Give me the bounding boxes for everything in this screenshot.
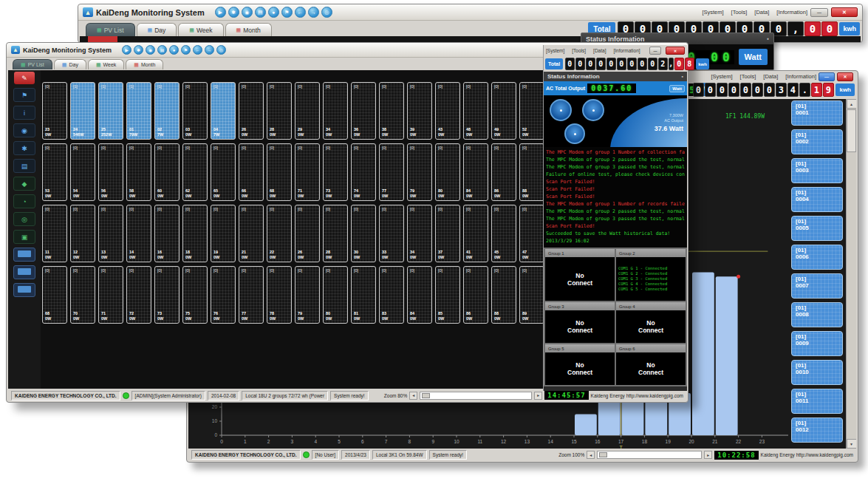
pv-tile-71[interactable]: [0]710W xyxy=(98,266,123,324)
pv-tile-80[interactable]: [0]800W xyxy=(435,143,460,201)
pv-tile-84[interactable]: [0]840W xyxy=(407,266,432,324)
pv-tile-75[interactable]: [0]750W xyxy=(182,266,208,324)
pv-tile-38[interactable]: [0]380W xyxy=(379,82,404,140)
pv-tile-80[interactable]: [0]800W xyxy=(323,266,348,324)
pv-tile-73[interactable]: [0]730W xyxy=(154,266,180,324)
close-button[interactable]: ✕ xyxy=(837,72,853,81)
tab-pv-list[interactable]: ▦PV List xyxy=(13,59,52,69)
menu-information[interactable]: [Information] xyxy=(785,73,816,80)
tab-pv-list[interactable]: ▦PV List xyxy=(86,23,135,36)
tab-month[interactable]: ▦Month xyxy=(225,23,272,36)
pv-tile-14[interactable]: [0]140W xyxy=(126,205,151,262)
pv-tile-22[interactable]: [0]220W xyxy=(267,205,292,262)
pin-icon[interactable]: ⚑ xyxy=(181,45,191,55)
site-link[interactable]: Kaideng Energy http://www.kaidengpig.com xyxy=(591,393,683,398)
pv-tile-71[interactable]: [0]710W xyxy=(295,143,320,201)
pv-tile-77[interactable]: [0]770W xyxy=(239,266,264,324)
collapse-button[interactable]: ▪ xyxy=(767,35,769,42)
panel-icon[interactable]: ▤ xyxy=(255,7,266,18)
site-link[interactable]: Kaideng Energy http://www.kaidengpig.com xyxy=(761,452,853,457)
pv-tile-65[interactable]: [0]650W xyxy=(211,143,236,201)
pv-tile-19[interactable]: [0]190W xyxy=(211,205,236,262)
menu-tools[interactable]: [Tools] xyxy=(731,9,748,16)
pv-tile-60[interactable]: [0]600W xyxy=(154,143,180,201)
pv-tile-77[interactable]: [0]770W xyxy=(379,143,404,201)
settings-icon[interactable]: ✱ xyxy=(13,141,35,155)
pv-tile-18[interactable]: [0]180W xyxy=(182,205,208,262)
pv-tile-48[interactable]: [0]480W xyxy=(463,82,488,140)
pv-tile-28[interactable]: [0]280W xyxy=(323,205,348,262)
watt-unit-button[interactable]: Watt xyxy=(669,85,685,92)
pv-tile-47[interactable]: [0]470W xyxy=(519,205,544,262)
pv-tile-53[interactable]: [0]530W xyxy=(42,143,67,201)
info-icon[interactable]: i xyxy=(13,106,35,120)
pv-tile-78[interactable]: [0]780W xyxy=(267,266,292,324)
close-button[interactable]: ✕ xyxy=(666,47,685,55)
block-icon[interactable]: ◎ xyxy=(321,7,332,18)
pv-tile-39[interactable]: [0]390W xyxy=(407,82,432,140)
pv-tile-68[interactable]: [0]680W xyxy=(42,266,67,324)
pv-tile-02[interactable]: [1]027W xyxy=(154,82,180,140)
pv-tile-52[interactable]: [0]520W xyxy=(519,82,544,140)
zoom-out-button[interactable]: ◄ xyxy=(409,392,417,400)
pv-tile-13[interactable]: [0]130W xyxy=(98,205,123,262)
pin-icon[interactable]: ⚑ xyxy=(281,7,293,18)
menu-data[interactable]: [Data] xyxy=(763,73,778,80)
layers-icon[interactable]: ▣ xyxy=(13,230,35,244)
pv-tile-37[interactable]: [0]370W xyxy=(435,205,460,262)
inverter-tile-0006[interactable]: [01]0006 xyxy=(791,245,843,270)
minimize-button[interactable]: — xyxy=(819,72,835,81)
pv-tile-54[interactable]: [0]540W xyxy=(70,143,95,201)
pv-tile-81[interactable]: [0]810W xyxy=(351,266,376,324)
pv-tile-86[interactable]: [0]860W xyxy=(491,143,516,201)
inverter-tile-0010[interactable]: [01]0010 xyxy=(791,360,843,385)
minimize-button[interactable]: — xyxy=(649,47,661,55)
play-icon[interactable]: ▶ xyxy=(122,45,131,55)
pv-tile-88[interactable]: [0]880W xyxy=(491,266,516,324)
pv-tile-33[interactable]: [0]330W xyxy=(379,205,404,262)
scroll-up-button[interactable]: ▲ xyxy=(847,99,857,109)
back-icon[interactable]: ← xyxy=(193,45,202,55)
tab-month[interactable]: ▦Month xyxy=(126,59,163,69)
pv-tile-66[interactable]: [0]660W xyxy=(239,143,264,201)
panel-icon[interactable]: ▤ xyxy=(157,45,167,55)
tab-day[interactable]: ▦Day xyxy=(54,59,86,69)
pv-tile-76[interactable]: [0]760W xyxy=(211,266,236,324)
power-icon[interactable]: ◉ xyxy=(13,123,35,137)
pv-tile-21[interactable]: [0]210W xyxy=(239,205,264,262)
pv-tile-83[interactable]: [0]830W xyxy=(379,266,404,324)
monitor-icon-2[interactable] xyxy=(13,265,35,279)
shield-icon[interactable]: ◆ xyxy=(13,177,35,191)
minimize-button[interactable]: — xyxy=(810,8,828,17)
pv-tile-41[interactable]: [0]410W xyxy=(463,205,488,262)
tab-day[interactable]: ▦Day xyxy=(137,23,177,36)
pv-tile-12[interactable]: [0]120W xyxy=(70,205,95,262)
gear-icon[interactable]: ✱ xyxy=(228,7,239,18)
inverter-tile-0002[interactable]: [01]0002 xyxy=(791,129,843,154)
inverter-tile-0004[interactable]: [01]0004 xyxy=(791,187,843,212)
menu-system[interactable]: [System] xyxy=(702,9,723,16)
pv-tile-85[interactable]: [0]850W xyxy=(435,266,460,324)
zoom-in-button[interactable]: ► xyxy=(704,451,712,459)
menu-information[interactable]: [Information] xyxy=(776,9,807,16)
inverter-tile-0003[interactable]: [01]0003 xyxy=(791,158,843,183)
pv-tile-28[interactable]: [0]280W xyxy=(267,82,292,140)
pv-tile-16[interactable]: [0]160W xyxy=(154,205,180,262)
pv-tile-74[interactable]: [0]740W xyxy=(351,143,376,201)
pv-tile-79[interactable]: [0]790W xyxy=(295,266,320,324)
gear-icon[interactable]: ✱ xyxy=(134,45,143,55)
menu-information[interactable]: [Information] xyxy=(613,48,640,53)
scroll-thumb[interactable] xyxy=(847,109,856,152)
pv-tile-23[interactable]: [0]230W xyxy=(42,82,67,140)
pv-tile-56[interactable]: [0]560W xyxy=(98,143,123,201)
network-icon[interactable]: ◎ xyxy=(13,212,35,226)
inverter-tile-0005[interactable]: [01]0005 xyxy=(791,216,843,241)
close-button[interactable]: ✕ xyxy=(831,7,858,17)
pv-tile-84[interactable]: [0]840W xyxy=(463,143,488,201)
scroll-down-button[interactable]: ▼ xyxy=(847,439,857,449)
pv-tile-72[interactable]: [0]720W xyxy=(126,266,151,324)
pv-tile-68[interactable]: [0]680W xyxy=(267,143,292,201)
record-icon[interactable]: ● xyxy=(268,7,279,18)
menu-tools[interactable]: [Tools] xyxy=(740,73,756,80)
block-icon[interactable]: ◎ xyxy=(216,45,226,55)
